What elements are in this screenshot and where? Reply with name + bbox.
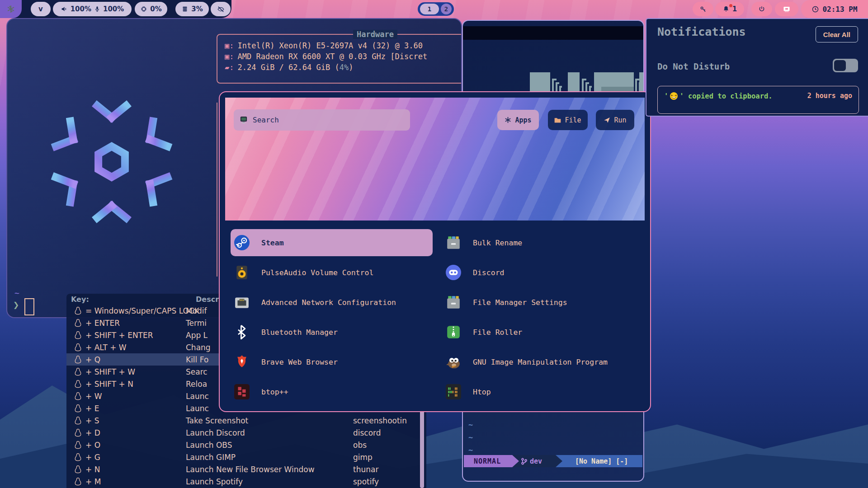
audio-pill[interactable]: 100% 100% bbox=[53, 2, 132, 16]
super-key-icon bbox=[75, 404, 81, 413]
eye-slash-icon bbox=[217, 5, 225, 13]
super-key-icon bbox=[75, 319, 81, 327]
app-item-bluetooth[interactable]: Bluetooth Manager bbox=[231, 319, 433, 346]
htop-icon bbox=[446, 384, 461, 399]
power-pill[interactable] bbox=[751, 2, 772, 16]
keybind-row[interactable]: + NLaunch New File Browser Windowthunar bbox=[66, 463, 417, 475]
search-input[interactable] bbox=[253, 116, 388, 124]
dnd-toggle[interactable] bbox=[833, 59, 858, 72]
notification-card[interactable]: ' ' copied to clipboard. 2 hours ago bbox=[657, 86, 859, 114]
hardware-info-box: Hardware ▣:Intel(R) Xeon(R) E5-2697A v4 … bbox=[217, 34, 462, 84]
app-item-discord[interactable]: Discord bbox=[442, 259, 643, 286]
hardware-box-title: Hardware bbox=[353, 30, 397, 39]
launcher-menu-pill[interactable]: v bbox=[31, 2, 51, 16]
tab-run[interactable]: Run bbox=[596, 110, 634, 130]
notification-badge-dot bbox=[729, 4, 732, 7]
keybind-row[interactable]: + GLaunch GIMPgimp bbox=[66, 451, 417, 463]
super-key-icon bbox=[75, 355, 81, 364]
keyring-pill[interactable] bbox=[693, 2, 713, 16]
app-item-pulseaudio[interactable]: PulseAudio Volume Control bbox=[231, 259, 433, 286]
vim-statusline: [No Name] [-] dev NORMAL bbox=[464, 455, 642, 467]
tab-file[interactable]: File bbox=[548, 110, 588, 130]
notifications-pill[interactable]: 1 bbox=[715, 2, 744, 16]
app-item-steam[interactable]: Steam bbox=[231, 229, 433, 256]
bluetooth-icon bbox=[234, 324, 250, 340]
vim-terminal-titlebar[interactable] bbox=[463, 26, 643, 40]
notification-timestamp: 2 hours ago bbox=[807, 92, 852, 100]
idle-inhibit-pill[interactable] bbox=[211, 2, 231, 16]
ethernet-port-icon bbox=[234, 295, 250, 310]
gimp-icon bbox=[446, 354, 461, 370]
btop-icon bbox=[234, 384, 250, 399]
terminal-cursor[interactable] bbox=[24, 298, 34, 315]
app-item-htop[interactable]: Htop bbox=[442, 378, 643, 405]
cpu-icon: ▣: bbox=[225, 41, 234, 50]
desktop: { "topbar": { "launcher_pill": "v", "vol… bbox=[0, 0, 868, 488]
memory-icon: ▰: bbox=[225, 63, 234, 72]
app-item-gimp[interactable]: GNU Image Manipulation Program bbox=[442, 348, 643, 375]
folder-icon bbox=[554, 117, 561, 123]
super-key-icon bbox=[75, 380, 81, 388]
pixel-art-bracket bbox=[581, 76, 592, 92]
super-key-icon bbox=[75, 441, 81, 449]
workspace-1-active[interactable]: 1 bbox=[420, 4, 439, 14]
nixos-logo bbox=[31, 81, 192, 242]
clear-all-button[interactable]: Clear All bbox=[816, 26, 858, 42]
cpu-chip-icon bbox=[140, 5, 147, 13]
vim-empty-line: ~ bbox=[468, 433, 473, 442]
laughing-emoji-icon bbox=[670, 92, 678, 100]
keybind-row[interactable]: + OLaunch OBSobs bbox=[66, 439, 417, 451]
vim-empty-line: ~ bbox=[468, 420, 473, 429]
memory-pill[interactable]: 3% bbox=[175, 2, 209, 16]
search-computer-icon bbox=[239, 116, 248, 125]
prompt-path: ~ bbox=[14, 288, 19, 298]
super-key-icon bbox=[75, 428, 81, 437]
gpu-line: ▣:AMD Radeon RX 6600 XT @ 0.03 GHz [Disc… bbox=[225, 52, 427, 61]
gpu-icon: ▣: bbox=[225, 52, 234, 61]
cpu-pill[interactable]: 0% bbox=[135, 2, 167, 16]
super-key-icon bbox=[75, 477, 81, 486]
app-item-brave[interactable]: Brave Web Browser bbox=[231, 348, 433, 375]
file-roller-icon bbox=[446, 324, 461, 340]
statusline-mode-segment: NORMAL bbox=[464, 455, 519, 467]
super-key-icon bbox=[75, 465, 81, 474]
ethernet-icon bbox=[783, 5, 791, 13]
pixel-art-block bbox=[568, 72, 580, 92]
power-icon bbox=[758, 5, 765, 13]
network-pill[interactable] bbox=[775, 2, 798, 16]
steam-icon bbox=[234, 235, 250, 250]
super-key-icon bbox=[75, 367, 81, 376]
pixel-art-block bbox=[639, 72, 644, 92]
bell-icon bbox=[722, 5, 730, 13]
prompt-arrow: ❯ bbox=[13, 299, 19, 310]
workspace-2[interactable]: 2 bbox=[441, 4, 452, 14]
pulseaudio-icon bbox=[234, 265, 250, 280]
app-item-btop[interactable]: btop++ bbox=[231, 378, 433, 405]
brave-icon bbox=[234, 354, 250, 370]
statusline-file-segment: [No Name] [-] bbox=[550, 455, 642, 467]
app-launcher-window: Apps File Run Steam PulseAudio Volume Co… bbox=[219, 91, 651, 412]
app-item-advanced-network[interactable]: Advanced Network Configuration bbox=[231, 289, 433, 316]
super-key-icon bbox=[75, 392, 81, 400]
super-key-icon bbox=[75, 331, 81, 339]
super-key-icon bbox=[75, 453, 81, 461]
super-key-icon bbox=[75, 416, 81, 425]
app-item-file-manager-settings[interactable]: File Manager Settings bbox=[442, 289, 643, 316]
keybind-row[interactable]: + STake Screenshotscreenshootin bbox=[66, 414, 417, 427]
app-item-file-roller[interactable]: File Roller bbox=[442, 319, 643, 346]
clock-widget[interactable]: 02:13 PM bbox=[801, 0, 868, 18]
database-icon bbox=[181, 5, 189, 13]
speaker-icon bbox=[61, 5, 68, 13]
occluded-box-border bbox=[217, 103, 217, 277]
dnd-toggle-knob bbox=[834, 60, 846, 71]
search-bar[interactable] bbox=[234, 109, 410, 131]
pixel-art-block bbox=[530, 72, 550, 92]
git-branch-icon bbox=[521, 458, 527, 465]
nix-menu-button[interactable] bbox=[0, 0, 22, 18]
dnd-label: Do Not Disturb bbox=[657, 61, 730, 71]
app-item-bulk-rename[interactable]: Bulk Rename bbox=[442, 229, 643, 256]
keybind-row[interactable]: + DLaunch Discorddiscord bbox=[66, 427, 417, 439]
tab-apps[interactable]: Apps bbox=[497, 110, 539, 130]
vim-empty-line: ~ bbox=[468, 446, 473, 455]
keybind-row[interactable]: + MLaunch Spotifyspotify bbox=[66, 475, 417, 488]
